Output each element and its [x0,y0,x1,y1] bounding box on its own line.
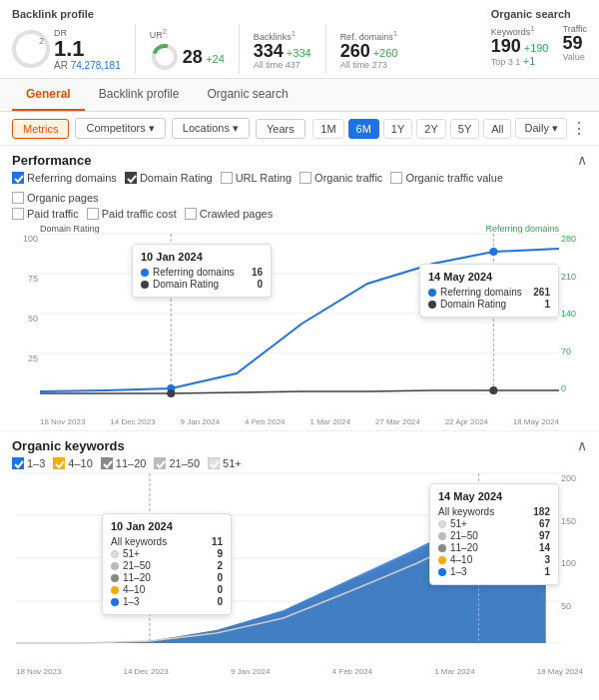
cb-referring-domains[interactable]: Referring domains [12,172,117,184]
cb-domain-rating[interactable]: Domain Rating [125,172,213,184]
cb-paid-traffic-box [12,208,24,220]
dr-value: 1.1 [54,38,121,60]
dr-circle: 2 [12,30,50,68]
cb-organic-pages[interactable]: Organic pages [12,192,99,204]
ref-domains-new: +260 [373,47,398,59]
filter-bar: Metrics Competitors ▾ Locations ▾ Years … [0,112,599,146]
cb-organic-traffic-value[interactable]: Organic traffic value [390,172,503,184]
organic-keywords-section: Organic keywords ∧ 1–3 4–10 11–20 2 [0,430,599,676]
organic-keywords-header: Organic keywords ∧ [0,431,599,455]
ar-link[interactable]: 74,278,181 [71,60,121,71]
dot-blue-1 [141,269,149,277]
years-button[interactable]: Years [256,119,305,139]
divider-1 [135,24,136,74]
daily-button[interactable]: Daily ▾ [515,118,567,139]
keywords-block: Keywords1 190 +190 Top 3 1 +1 [491,24,549,67]
cb-rank-4-10[interactable]: 4–10 [53,457,92,469]
org-y-axis-right: 200 150 100 50 [561,473,587,643]
divider-3 [325,24,326,74]
ur-sup: 2 [163,27,167,36]
perf-tt2-row2: Domain Rating 1 [428,299,550,310]
divider-2 [239,24,240,74]
cb-rank-21-50[interactable]: 21–50 [154,457,200,469]
dot-dark-2 [428,301,436,309]
cb-rank-11-20[interactable]: 11–20 [101,457,147,469]
svg-point-10 [167,389,175,397]
org-tt2-allkw: All keywords 182 [438,506,550,517]
cb-crawled-pages[interactable]: Crawled pages [185,208,273,220]
organic-search-section: Organic search Keywords1 190 +190 Top 3 … [491,8,587,74]
svg-point-11 [489,248,497,256]
cb-rank-51plus[interactable]: 51+ [208,457,242,469]
dr-sup: 2 [39,36,44,46]
svg-point-12 [489,386,497,394]
filter-left: Metrics Competitors ▾ Locations ▾ Years [12,118,305,139]
org-tt1-21-50: 21–50 2 [111,560,223,571]
cb-51plus-box [208,457,220,469]
cb-organic-traffic[interactable]: Organic traffic [300,172,382,184]
backlinks-label: Backlinks [254,32,292,42]
organic-keywords-title: Organic keywords [12,438,125,453]
org-tt2-21-50: 21–50 97 [438,530,550,541]
cb-organic-traffic-value-box [390,172,402,184]
org-tt1-51plus: 51+ 9 [111,548,223,559]
performance-collapse[interactable]: ∧ [577,152,587,168]
performance-checkboxes-row2: Paid traffic Paid traffic cost Crawled p… [0,208,599,224]
perf-tt2-row1: Referring domains 261 [428,287,550,298]
time-5y[interactable]: 5Y [450,119,479,139]
ref-domains-alltime-label: All time [340,60,370,70]
organic-keywords-chart-wrapper: 200 150 100 50 [0,473,599,676]
time-6m[interactable]: 6M [348,119,379,139]
ur-ring [150,42,180,72]
dot-51plus-2 [438,520,446,528]
performance-tooltip1: 10 Jan 2024 Referring domains 16 Domain … [132,244,272,298]
backlinks-alltime-label: All time [254,60,284,70]
competitors-button[interactable]: Competitors ▾ [75,118,165,139]
cb-paid-traffic-cost[interactable]: Paid traffic cost [87,208,177,220]
org-x-axis-labels: 18 Nov 2023 14 Dec 2023 9 Jan 2024 4 Feb… [12,665,587,676]
keywords-sub2: 1 [515,57,520,67]
ar-label-value: AR 74,278,181 [54,60,121,71]
top-bar: Backlink profile 2 DR 1.1 AR 74,278,181 [0,0,599,79]
ur-new: +24 [206,53,225,65]
org-tooltip2: 14 May 2024 All keywords 182 51+ 67 21–5… [429,483,559,585]
cb-organic-pages-box [12,192,24,204]
org-tt1-allkw: All keywords 11 [111,536,223,547]
tab-backlink-profile[interactable]: Backlink profile [85,79,194,111]
tab-general[interactable]: General [12,79,85,111]
keywords-sup: 1 [530,24,534,33]
org-tt1-1-3: 1–3 0 [111,596,223,607]
y-left-label: Domain Rating [40,224,100,234]
organic-keywords-collapse[interactable]: ∧ [577,437,587,453]
org-tt1-4-10: 4–10 0 [111,584,223,595]
x-axis-labels: 18 Nov 2023 14 Dec 2023 9 Jan 2024 4 Feb… [12,415,587,426]
time-1y[interactable]: 1Y [383,119,412,139]
dot-4-10-2 [438,556,446,564]
time-1m[interactable]: 1M [312,119,343,139]
performance-title: Performance [12,153,91,168]
y-axis-left: 100 75 50 25 [12,234,38,393]
time-2y[interactable]: 2Y [416,119,445,139]
metrics-button[interactable]: Metrics [12,119,69,139]
ur-label: UR [150,30,163,40]
dr-block: 2 DR 1.1 AR 74,278,181 [12,28,121,71]
filter-right: 1M 6M 1Y 2Y 5Y All Daily ▾ ⋮ [312,118,587,139]
dot-4-10-1 [111,586,119,594]
locations-button[interactable]: Locations ▾ [172,118,250,139]
ref-domains-value: 260 [340,42,370,60]
cb-paid-traffic[interactable]: Paid traffic [12,208,79,220]
cb-url-rating[interactable]: URL Rating [221,172,292,184]
y-right-label: Referring domains [485,224,559,234]
dot-21-50-2 [438,532,446,540]
ref-domains-sup: 1 [393,29,397,38]
cb-rank-1-3[interactable]: 1–3 [12,457,45,469]
performance-tooltip2: 14 May 2024 Referring domains 261 Domain… [419,264,559,318]
perf-tooltip1-date: 10 Jan 2024 [141,251,263,263]
more-options-button[interactable]: ⋮ [571,119,587,138]
keywords-new: +190 [524,42,549,54]
backlink-profile-label: Backlink profile [12,8,397,20]
tab-organic-search[interactable]: Organic search [193,79,301,111]
perf-tooltip2-date: 14 May 2024 [428,271,550,283]
time-all[interactable]: All [483,119,511,139]
performance-header: Performance ∧ [0,146,599,170]
